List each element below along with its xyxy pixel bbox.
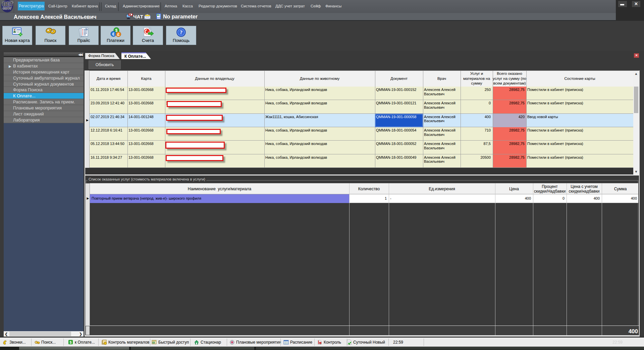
svg-text:€: €	[112, 32, 114, 37]
svg-text:?: ?	[180, 29, 183, 36]
svg-text:$: $	[69, 340, 71, 344]
svg-text:£: £	[117, 32, 119, 37]
